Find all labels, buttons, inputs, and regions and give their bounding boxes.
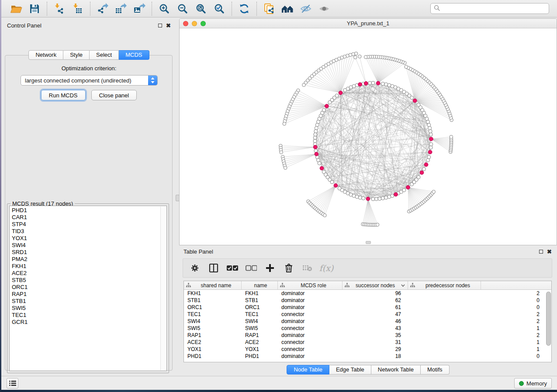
table-scrollbar[interactable] xyxy=(546,292,551,346)
zoom-fit-icon[interactable] xyxy=(194,2,208,15)
tab-network-table[interactable]: Network Table xyxy=(371,365,421,375)
tab-edge-table[interactable]: Edge Table xyxy=(329,365,371,375)
unselect-all-columns-icon[interactable] xyxy=(246,262,257,274)
network-canvas[interactable] xyxy=(180,28,557,245)
import-table-icon[interactable] xyxy=(71,2,84,15)
column-header-shared-name[interactable]: shared name xyxy=(184,281,242,289)
table-row[interactable]: ORC1ORC1dominator610 xyxy=(184,304,551,311)
mcds-result-item[interactable]: TEC1 xyxy=(12,312,159,319)
search-box[interactable] xyxy=(430,3,549,14)
mcds-result-item[interactable]: SRD1 xyxy=(12,249,159,256)
export-network-icon[interactable] xyxy=(96,2,109,15)
mcds-result-item[interactable]: STB5 xyxy=(12,277,159,284)
table-cell: connector xyxy=(278,339,343,346)
table-row[interactable]: STB1STB1dominator620 xyxy=(184,297,551,304)
mcds-result-item[interactable]: ORC1 xyxy=(12,284,159,291)
tab-node-table[interactable]: Node Table xyxy=(287,365,329,375)
export-image-icon[interactable] xyxy=(133,2,146,15)
column-header-successor-nodes[interactable]: successor nodes xyxy=(343,281,408,289)
mcds-result-item[interactable]: STB1 xyxy=(12,298,159,305)
table-settings-icon[interactable] xyxy=(189,262,201,274)
tab-network[interactable]: Network xyxy=(28,50,63,60)
tab-mcds[interactable]: MCDS xyxy=(119,50,149,60)
show-columns-icon[interactable] xyxy=(208,262,219,274)
mcds-result-item[interactable]: STP4 xyxy=(12,221,159,228)
mcds-result-list[interactable]: PHD1CAR1STP4TID3YOX1SWI4SRD1PMA2FKH1ACE2… xyxy=(9,206,167,371)
network-graph[interactable] xyxy=(180,28,557,245)
hide-selected-icon[interactable] xyxy=(299,2,312,15)
table-row[interactable]: YOX1YOX1connector291 xyxy=(184,346,551,353)
column-label: shared name xyxy=(191,282,241,289)
first-neighbors-icon[interactable] xyxy=(281,2,294,15)
mcds-result-item[interactable]: FKH1 xyxy=(12,263,159,270)
delete-row-icon[interactable] xyxy=(283,262,294,274)
close-panel-button[interactable]: Close panel xyxy=(91,90,137,100)
zoom-in-icon[interactable] xyxy=(158,2,171,15)
run-mcds-button[interactable]: Run MCDS xyxy=(41,90,86,100)
table-cell: 18 xyxy=(343,353,408,360)
mcds-result-item[interactable]: PHD1 xyxy=(12,207,159,214)
column-header-mcds-role[interactable]: MCDS role xyxy=(278,281,343,289)
import-network-icon[interactable] xyxy=(53,2,66,15)
status-bar: Memory xyxy=(1,376,557,390)
table-cell: 0 xyxy=(408,353,547,360)
task-history-button[interactable] xyxy=(7,378,18,389)
desktop-edge-bottom xyxy=(0,390,557,392)
mcds-result-item[interactable]: SWI5 xyxy=(12,305,159,312)
mcds-result-item[interactable]: PMA2 xyxy=(12,256,159,263)
network-resize-grip[interactable] xyxy=(366,241,371,244)
table-row[interactable]: SWI5SWI5connector431 xyxy=(184,325,551,332)
zoom-selected-icon[interactable] xyxy=(213,2,226,15)
save-session-icon[interactable] xyxy=(28,2,41,15)
mcds-result-item[interactable]: ACE2 xyxy=(12,270,159,277)
table-row[interactable]: FKH1FKH1dominator962 xyxy=(184,290,551,297)
result-list-scrollbar[interactable] xyxy=(160,206,166,370)
table-row[interactable]: RAP1RAP1dominator352 xyxy=(184,332,551,339)
sort-desc-icon[interactable] xyxy=(401,284,405,287)
show-all-icon[interactable] xyxy=(318,2,331,15)
table-cell: ACE2 xyxy=(242,339,278,346)
function-builder-icon: f(x) xyxy=(321,262,332,274)
table-row[interactable]: TEC1TEC1connector472 xyxy=(184,311,551,318)
table-cell: ORC1 xyxy=(184,304,242,311)
table-row[interactable]: SWI4SWI4dominator462 xyxy=(184,318,551,325)
tab-select[interactable]: Select xyxy=(90,50,119,60)
export-table-icon[interactable] xyxy=(114,2,128,15)
mcds-result-item[interactable]: SWI4 xyxy=(12,242,159,249)
close-table-panel-icon[interactable]: ✖ xyxy=(547,249,552,254)
mcds-result-item[interactable]: GCR1 xyxy=(12,319,159,326)
clone-network-icon[interactable] xyxy=(263,2,276,15)
memory-button[interactable]: Memory xyxy=(514,378,552,389)
window-close-button[interactable] xyxy=(183,21,188,26)
tab-motifs[interactable]: Motifs xyxy=(421,365,450,375)
search-input[interactable] xyxy=(442,5,546,12)
float-panel-icon[interactable] xyxy=(158,24,162,28)
control-panel-title: Control Panel xyxy=(7,22,42,29)
mcds-result-item[interactable]: YOX1 xyxy=(12,235,159,242)
mcds-result-item[interactable]: CAR1 xyxy=(12,214,159,221)
column-header-predecessor-nodes[interactable]: predecessor nodes xyxy=(408,281,481,289)
column-type-icon xyxy=(410,283,415,288)
column-header-name[interactable]: name xyxy=(242,281,278,289)
window-minimize-button[interactable] xyxy=(192,21,197,26)
table-cell: 46 xyxy=(343,318,408,325)
memory-label: Memory xyxy=(526,380,547,387)
refresh-icon[interactable] xyxy=(238,2,251,15)
mcds-result-item[interactable]: RAP1 xyxy=(12,291,159,298)
close-panel-icon[interactable]: ✖ xyxy=(166,23,171,28)
table-cell: 2 xyxy=(408,332,547,339)
float-table-panel-icon[interactable] xyxy=(539,250,543,254)
tab-style[interactable]: Style xyxy=(63,50,90,60)
mcds-result-item[interactable]: TID3 xyxy=(12,228,159,235)
table-row[interactable]: PHD1PHD1dominator180 xyxy=(184,353,551,360)
add-row-icon[interactable] xyxy=(264,262,276,274)
table-cell: 1 xyxy=(408,325,547,332)
criterion-dropdown[interactable]: largest connected component (undirected) xyxy=(21,75,158,86)
select-all-columns-icon[interactable] xyxy=(227,262,238,274)
table-row[interactable]: ACE2ACE2connector311 xyxy=(184,339,551,346)
table-header-row: shared namenameMCDS rolesuccessor nodesp… xyxy=(184,281,551,290)
open-file-icon[interactable] xyxy=(10,2,23,15)
zoom-out-icon[interactable] xyxy=(176,2,189,15)
table-cell: dominator xyxy=(278,290,343,297)
window-zoom-button[interactable] xyxy=(201,21,206,26)
